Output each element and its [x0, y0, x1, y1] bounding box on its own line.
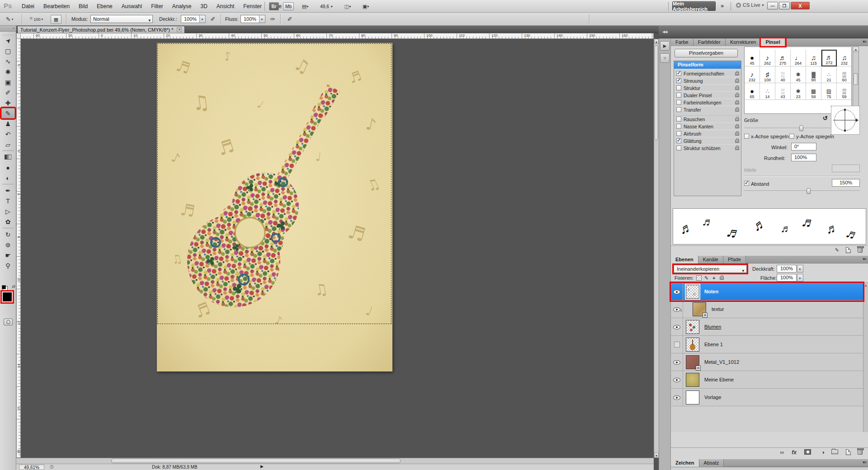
brush-preset-58[interactable]: ▩58 — [806, 83, 821, 100]
checkbox[interactable] — [676, 107, 681, 112]
brush-preset-272[interactable]: ♬272 — [821, 50, 837, 66]
menu-datei[interactable]: Datei — [17, 0, 39, 13]
preview-toggle-icon[interactable]: ✎ — [835, 247, 839, 253]
cs-live-button[interactable]: CS Live ▾ — [736, 2, 764, 8]
layer-thumbnail[interactable] — [686, 373, 699, 387]
layer-row-metal[interactable]: ▤ Metal_V1_1012 — [671, 353, 863, 371]
brush-preset-232[interactable]: ♫232 — [837, 50, 852, 66]
tab-pfade[interactable]: Pfade — [723, 256, 746, 263]
visibility-cell[interactable] — [671, 318, 683, 336]
layer-list-scrollbar[interactable]: ▲ — [863, 283, 868, 432]
layer-thumbnail[interactable] — [686, 390, 699, 404]
layer-row-vorlage[interactable]: Vorlage — [671, 389, 863, 406]
brush-option-farbeinstellungen[interactable]: Farbeinstellungen — [674, 99, 741, 106]
checkbox[interactable] — [676, 117, 681, 122]
panel-menu-icon[interactable]: ▾≡ — [863, 39, 866, 44]
status-zoom-field[interactable]: 49,61% — [19, 465, 44, 470]
delete-layer-button[interactable] — [858, 449, 863, 456]
lock-pixels-icon[interactable]: ✎ — [704, 275, 708, 281]
launch-minibridge-button[interactable]: Mb — [283, 2, 294, 10]
layer-name[interactable]: Metal_V1_1012 — [704, 359, 739, 365]
checkbox[interactable] — [676, 146, 681, 150]
flow-spinner[interactable]: ▸ — [259, 15, 265, 23]
visibility-cell[interactable] — [671, 336, 683, 353]
orbit-tool[interactable]: ⊚ — [1, 240, 15, 250]
layer-row-meine-ebene[interactable]: Meine Ebene — [671, 371, 863, 389]
new-group-button[interactable] — [831, 449, 838, 456]
tablet-size-icon[interactable]: ✐ — [285, 15, 295, 24]
layer-row-blumen[interactable]: Blumen — [671, 318, 863, 336]
brush-option-rauschen[interactable]: Rauschen — [674, 115, 741, 122]
lock-icon[interactable] — [735, 118, 739, 121]
menu-ebene[interactable]: Ebene — [92, 0, 117, 13]
layer-name[interactable]: Ebene 1 — [704, 342, 723, 347]
layer-thumbnail[interactable] — [686, 320, 699, 334]
restore-button[interactable]: ❐ — [779, 2, 790, 9]
checkbox[interactable] — [676, 131, 681, 136]
tab-farbe[interactable]: Farbe — [671, 38, 693, 46]
lock-icon[interactable] — [735, 108, 739, 112]
status-menu-icon[interactable]: ▶ — [260, 464, 264, 469]
brush-option-glättung[interactable]: Glättung — [674, 137, 741, 144]
healing-brush-tool[interactable]: ✚ — [1, 98, 15, 108]
layer-blend-mode-select[interactable]: Ineinanderkopieren ▾ — [674, 265, 747, 273]
tab-absatz[interactable]: Absatz — [699, 459, 724, 467]
document-tab[interactable]: Tutorial_Konzert-Flyer_Photoshop.psd bei… — [17, 26, 185, 33]
launch-bridge-button[interactable]: Br — [269, 2, 279, 10]
tools-panel-header[interactable]: » — [0, 26, 16, 32]
spacing-checkbox[interactable] — [744, 181, 749, 186]
layer-row-textur[interactable]: ↓ ▤ textur — [671, 301, 863, 318]
scroll-up-icon[interactable]: ▲ — [863, 283, 868, 287]
toggle-brush-panel-button[interactable]: ▦ — [51, 15, 61, 24]
brush-option-formeigenschaften[interactable]: Formeigenschaften — [674, 70, 741, 77]
menu-auswahl[interactable]: Auswahl — [117, 0, 146, 13]
flip-y-checkbox[interactable] — [789, 134, 794, 139]
swap-colors-icon[interactable]: ⇄ — [12, 284, 15, 289]
path-selection-tool[interactable]: ▷ — [1, 206, 15, 216]
layer-name[interactable]: Noten — [704, 289, 718, 294]
vertical-ruler[interactable]: 024681012141618 — [16, 39, 21, 458]
add-mask-button[interactable] — [804, 449, 811, 456]
brush-preset-43[interactable]: ░43 — [775, 83, 791, 100]
brush-preset-262[interactable]: ♪262 — [760, 50, 775, 66]
tab-farbfelder[interactable]: Farbfelder — [693, 38, 726, 46]
menu-bild[interactable]: Bild — [74, 0, 92, 13]
brush-preset-23[interactable]: ✱23 — [791, 83, 806, 100]
panel-menu-icon[interactable]: ▾≡ — [863, 257, 866, 261]
document-canvas[interactable]: ♬ ♪ ♫ ♬ ♫ ♩ ♪ ♪ ♬ ♩ ♫ ♬ ♪ ♬ ♫ ♪ ♫ — [157, 43, 392, 371]
brush-preset-75[interactable]: ▨75 — [821, 83, 837, 100]
brush-preset-65[interactable]: ●65 — [745, 83, 760, 100]
vertical-scroll-thumb[interactable] — [655, 45, 658, 140]
pen-tool[interactable]: ✒ — [1, 185, 15, 196]
collapse-panels-icon[interactable]: ◀◀ — [662, 30, 667, 34]
layer-thumbnail[interactable]: ▤ — [686, 355, 699, 369]
new-brush-button[interactable] — [846, 247, 851, 254]
lasso-tool[interactable]: ∿ — [1, 56, 15, 66]
actions-panel-icon[interactable]: ▶ — [660, 41, 670, 51]
brush-option-transfer[interactable]: Transfer — [674, 106, 741, 113]
checkbox[interactable] — [676, 93, 681, 98]
size-slider-thumb[interactable] — [799, 125, 803, 131]
brush-preset-90[interactable]: ▓90 — [806, 66, 821, 83]
blend-mode-select[interactable]: Normal ▾ — [90, 15, 153, 23]
horizontal-scroll-thumb[interactable] — [111, 459, 401, 463]
brush-preset-40[interactable]: ░40 — [775, 66, 791, 83]
layer-name[interactable]: Blumen — [704, 324, 721, 329]
marquee-tool[interactable]: ▢ — [1, 46, 15, 56]
menu-bearbeiten[interactable]: Bearbeiten — [39, 0, 74, 13]
close-button[interactable]: X — [791, 2, 810, 9]
brush-preset-21[interactable]: ∴21 — [821, 66, 837, 83]
scroll-up-icon[interactable]: ▲ — [853, 47, 859, 52]
lock-icon[interactable] — [735, 87, 739, 90]
layer-name[interactable]: Meine Ebene — [704, 377, 734, 382]
crop-tool[interactable]: ▣ — [1, 77, 15, 87]
delete-brush-button[interactable] — [858, 247, 863, 254]
panel-menu-icon[interactable]: ▾≡ — [863, 460, 866, 465]
lock-icon[interactable] — [735, 132, 739, 136]
brush-presets-button[interactable]: Pinselvorgaben — [675, 49, 738, 57]
brush-preset-232[interactable]: ♪232 — [745, 66, 760, 83]
brush-section-pinselform[interactable]: Pinselform — [674, 61, 741, 69]
layer-name[interactable]: Vorlage — [704, 395, 721, 400]
airbrush-icon[interactable]: ✑ — [268, 15, 278, 24]
tab-pinsel[interactable]: Pinsel — [761, 38, 785, 46]
